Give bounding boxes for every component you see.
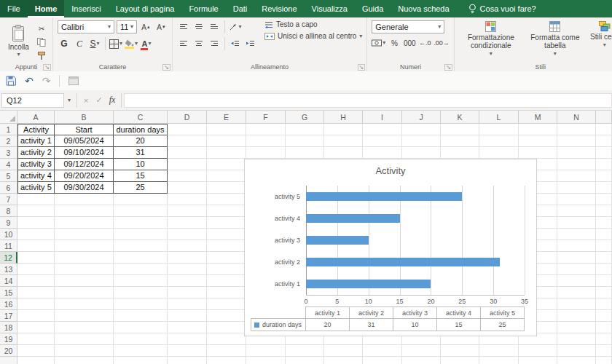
conditional-formatting-button[interactable]: Formattazione condizionale ▾ [459,20,523,58]
cell[interactable] [55,252,114,264]
italic-button[interactable]: C [73,38,86,50]
cell[interactable] [363,357,402,364]
merge-center-button[interactable]: Unisci e allinea al centro ▾ [264,32,362,40]
copy-button[interactable] [35,36,48,48]
cell[interactable] [207,182,246,194]
column-header-partial[interactable] [596,111,612,124]
cell[interactable] [557,357,596,364]
cell[interactable] [168,298,207,310]
cell[interactable] [114,345,168,357]
cell[interactable] [479,147,519,159]
clipboard-dialog-launcher[interactable]: ↘ [43,64,51,71]
cell[interactable] [17,264,55,275]
table-header-cell[interactable]: Start [55,124,114,135]
row-header-partial[interactable] [0,357,17,364]
cell[interactable] [324,357,363,364]
cell[interactable] [596,170,612,182]
cell[interactable] [55,357,114,364]
cell[interactable] [479,124,519,135]
cell[interactable] [596,264,612,275]
cell[interactable] [557,147,596,159]
row-header-7[interactable]: 7 [0,194,17,205]
row-header-10[interactable]: 10 [0,229,17,240]
cell[interactable] [596,252,612,264]
cell[interactable] [519,135,557,147]
cell[interactable] [596,205,612,217]
cell[interactable] [114,287,168,298]
row-header-13[interactable]: 13 [0,264,17,275]
format-painter-button[interactable] [35,50,48,62]
align-bottom-button[interactable] [208,21,221,33]
cell[interactable] [55,275,114,287]
cell[interactable] [596,194,612,205]
cell[interactable] [168,182,207,194]
cell[interactable] [114,357,168,364]
insert-function-button[interactable]: fx [106,95,119,106]
cell[interactable] [557,205,596,217]
fill-color-button[interactable]: ▾ [125,38,138,50]
table-data-cell[interactable]: 09/05/2024 [55,135,114,147]
row-header-11[interactable]: 11 [0,240,17,252]
table-data-cell[interactable]: 09/20/2024 [55,170,114,182]
cell[interactable] [246,135,286,147]
tab-formule[interactable]: Formule [181,0,225,17]
tab-file[interactable]: File [0,0,28,17]
cell[interactable] [557,159,596,170]
column-header-D[interactable]: D [168,111,207,124]
cell[interactable] [596,310,612,322]
cell[interactable] [168,240,207,252]
borders-button[interactable]: ▾ [109,38,122,50]
cell[interactable] [114,275,168,287]
number-dialog-launcher[interactable]: ↘ [444,64,452,71]
orientation-button[interactable]: ▾ [229,21,242,33]
currency-format-button[interactable]: ▾ [372,37,385,49]
cell[interactable] [17,252,55,264]
cell[interactable] [168,275,207,287]
row-header-16[interactable]: 16 [0,298,17,310]
table-header-cell[interactable]: Activity [17,124,55,135]
cell[interactable] [324,345,363,357]
cell[interactable] [17,205,55,217]
cell[interactable] [207,275,246,287]
cell[interactable] [246,124,286,135]
row-header-5[interactable]: 5 [0,170,17,182]
cell[interactable] [55,345,114,357]
cell[interactable] [324,135,363,147]
align-right-button[interactable] [208,38,221,50]
name-box-dropdown[interactable]: ▾ [64,97,74,103]
cell[interactable] [246,147,286,159]
cell[interactable] [557,252,596,264]
cell[interactable] [402,345,441,357]
cell[interactable] [17,298,55,310]
row-header-8[interactable]: 8 [0,205,17,217]
cell[interactable] [55,194,114,205]
table-data-cell[interactable]: activity 1 [17,135,55,147]
cell[interactable] [207,264,246,275]
wrap-text-button[interactable]: Testo a capo [264,20,318,28]
cell[interactable] [168,124,207,135]
row-header-17[interactable]: 17 [0,310,17,322]
cell[interactable] [17,357,55,364]
cell[interactable] [114,310,168,322]
cell[interactable] [55,298,114,310]
cell[interactable] [557,345,596,357]
cell[interactable] [441,357,479,364]
cell[interactable] [286,357,324,364]
cell[interactable] [596,147,612,159]
cell-styles-button[interactable]: Stili cella ▾ [587,20,612,49]
increase-decimal-button[interactable]: ←.0 [418,37,431,49]
cell[interactable] [363,124,402,135]
cell[interactable] [207,229,246,240]
cell[interactable] [596,240,612,252]
cell[interactable] [557,287,596,298]
table-data-cell[interactable]: 15 [114,170,168,182]
cell[interactable] [557,275,596,287]
table-data-cell[interactable]: activity 4 [17,170,55,182]
tab-nuova-scheda[interactable]: Nuova scheda [391,0,456,17]
tab-revisione[interactable]: Revisione [254,0,304,17]
cell[interactable] [114,194,168,205]
column-header-J[interactable]: J [402,111,441,124]
cell[interactable] [17,229,55,240]
table-data-cell[interactable]: 09/30/2024 [55,182,114,194]
paste-button[interactable]: Incolla ▾ [4,20,33,62]
